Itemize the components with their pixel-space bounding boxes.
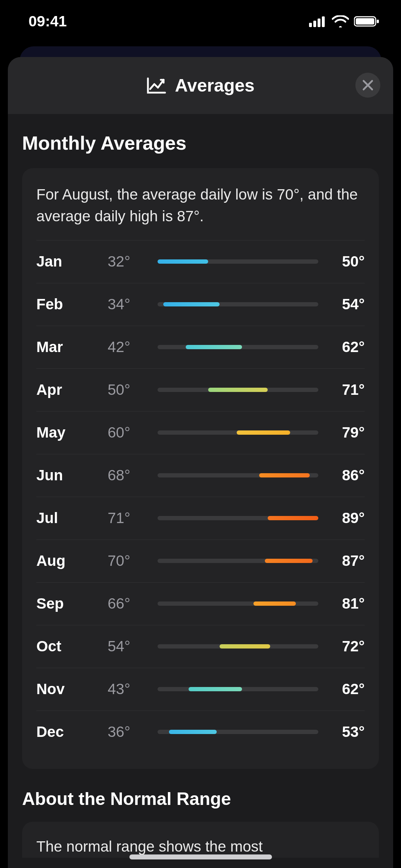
modal-header: Averages <box>8 57 393 114</box>
about-title: About the Normal Range <box>22 789 379 809</box>
range-segment <box>189 687 242 691</box>
status-bar: 09:41 <box>0 0 401 43</box>
month-row[interactable]: Sep66°81° <box>36 582 365 625</box>
month-label: Nov <box>36 681 108 698</box>
month-label: Jul <box>36 510 108 527</box>
modal-title-wrap: Averages <box>146 75 255 96</box>
avg-low: 68° <box>108 467 150 484</box>
month-label: Oct <box>36 638 108 655</box>
month-label: Apr <box>36 381 108 398</box>
month-row[interactable]: Mar42°62° <box>36 326 365 368</box>
range-segment <box>265 559 313 563</box>
avg-high: 89° <box>325 510 365 527</box>
averages-modal: Averages Monthly Averages For August, th… <box>8 57 393 868</box>
range-track <box>158 430 318 435</box>
month-label: Dec <box>36 723 108 740</box>
month-row[interactable]: Feb34°54° <box>36 283 365 326</box>
month-row[interactable]: Jul71°89° <box>36 497 365 539</box>
range-track <box>158 644 318 649</box>
range-segment <box>169 730 217 734</box>
range-segment <box>186 345 242 349</box>
avg-low: 36° <box>108 723 150 740</box>
range-segment <box>208 388 267 392</box>
month-label: Mar <box>36 339 108 356</box>
month-label: Jan <box>36 253 108 270</box>
close-icon <box>362 79 374 91</box>
range-segment <box>253 601 296 606</box>
range-track <box>158 345 318 349</box>
summary-text: For August, the average daily low is 70°… <box>36 184 365 240</box>
avg-low: 50° <box>108 381 150 398</box>
month-row[interactable]: Aug70°87° <box>36 539 365 582</box>
range-segment <box>163 302 220 306</box>
avg-low: 71° <box>108 510 150 527</box>
avg-high: 87° <box>325 552 365 569</box>
avg-high: 71° <box>325 381 365 398</box>
cellular-icon <box>309 16 327 27</box>
modal-title: Averages <box>175 75 255 96</box>
avg-low: 43° <box>108 681 150 698</box>
month-row[interactable]: Jan32°50° <box>36 240 365 283</box>
section-title: Monthly Averages <box>22 132 379 154</box>
month-label: Aug <box>36 552 108 569</box>
month-row[interactable]: Nov43°62° <box>36 668 365 711</box>
range-segment <box>158 259 208 264</box>
range-track <box>158 302 318 306</box>
month-row[interactable]: Apr50°71° <box>36 368 365 411</box>
svg-rect-5 <box>356 18 374 25</box>
avg-low: 70° <box>108 552 150 569</box>
svg-rect-6 <box>377 20 379 23</box>
avg-high: 86° <box>325 467 365 484</box>
svg-rect-3 <box>322 16 325 27</box>
range-segment <box>237 430 290 435</box>
range-track <box>158 473 318 477</box>
range-track <box>158 687 318 691</box>
range-track <box>158 730 318 734</box>
month-label: Jun <box>36 467 108 484</box>
avg-high: 53° <box>325 723 365 740</box>
home-indicator[interactable] <box>129 854 272 859</box>
avg-high: 54° <box>325 296 365 313</box>
avg-high: 79° <box>325 424 365 441</box>
avg-low: 42° <box>108 339 150 356</box>
wifi-icon <box>332 15 349 27</box>
avg-high: 50° <box>325 253 365 270</box>
range-segment <box>220 644 270 649</box>
avg-high: 62° <box>325 339 365 356</box>
range-segment <box>259 473 310 477</box>
chart-line-icon <box>146 77 166 94</box>
range-track <box>158 559 318 563</box>
modal-body[interactable]: Monthly Averages For August, the average… <box>8 114 393 868</box>
month-row[interactable]: May60°79° <box>36 411 365 454</box>
avg-high: 81° <box>325 595 365 612</box>
avg-low: 66° <box>108 595 150 612</box>
svg-rect-0 <box>309 23 312 27</box>
avg-low: 60° <box>108 424 150 441</box>
battery-icon <box>354 16 380 27</box>
averages-card: For August, the average daily low is 70°… <box>22 168 379 769</box>
range-track <box>158 516 318 520</box>
range-track <box>158 601 318 606</box>
month-row[interactable]: Jun68°86° <box>36 454 365 497</box>
month-label: Sep <box>36 595 108 612</box>
status-time: 09:41 <box>29 13 67 30</box>
avg-high: 72° <box>325 638 365 655</box>
range-segment <box>268 516 318 520</box>
close-button[interactable] <box>355 73 380 98</box>
about-card: The normal range shows the most <box>22 822 379 858</box>
svg-rect-1 <box>313 21 316 27</box>
svg-rect-2 <box>318 19 320 27</box>
status-right <box>309 15 380 27</box>
month-label: Feb <box>36 296 108 313</box>
range-track <box>158 259 318 264</box>
avg-low: 54° <box>108 638 150 655</box>
avg-high: 62° <box>325 681 365 698</box>
month-row[interactable]: Oct54°72° <box>36 625 365 668</box>
avg-low: 34° <box>108 296 150 313</box>
month-label: May <box>36 424 108 441</box>
month-row[interactable]: Dec36°53° <box>36 711 365 753</box>
range-track <box>158 388 318 392</box>
avg-low: 32° <box>108 253 150 270</box>
